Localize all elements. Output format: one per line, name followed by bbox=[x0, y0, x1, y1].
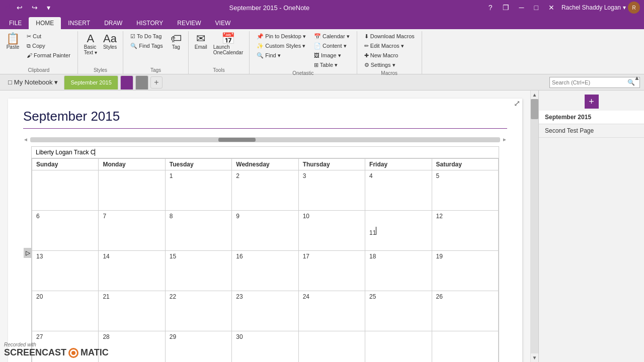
day-number: 28 bbox=[103, 333, 109, 340]
calendar-cell-w3d5[interactable]: 25 bbox=[365, 291, 432, 331]
calendar-cell-w1d1[interactable]: 7 bbox=[99, 211, 165, 251]
calendar-cell-w3d4[interactable]: 24 bbox=[298, 291, 365, 331]
calendar-cell-w2d3[interactable]: 16 bbox=[232, 251, 298, 291]
styles-icon: Aa bbox=[103, 33, 117, 44]
calendar-cell-w0d4[interactable]: 3 bbox=[298, 170, 365, 211]
edit-macros-button[interactable]: ✏ Edit Macros ▾ bbox=[361, 42, 418, 50]
calendar-cell-w4d1[interactable]: 28 bbox=[99, 331, 165, 363]
watermark: Recorded with SCREENCAST MATIC bbox=[4, 342, 109, 358]
calendar-cell-w1d6[interactable]: 12 bbox=[432, 211, 498, 251]
hscroll-left-btn[interactable]: ◄ bbox=[23, 137, 28, 142]
format-painter-button[interactable]: 🖌 Format Painter bbox=[24, 51, 73, 59]
calendar-cell-w1d4[interactable]: 10 bbox=[298, 211, 365, 251]
expand-btn[interactable]: ⤢ bbox=[514, 99, 520, 108]
calendar-cell-w4d5[interactable] bbox=[365, 331, 432, 363]
tag-icon: 🏷 bbox=[171, 33, 182, 44]
maximize-btn[interactable]: □ bbox=[531, 3, 541, 13]
find-button[interactable]: 🔍 Find ▾ bbox=[254, 51, 309, 60]
calendar-cell-w0d6[interactable]: 5 bbox=[432, 170, 498, 211]
sidebar-page-second-test[interactable]: Second Test Page bbox=[539, 124, 644, 138]
calendar-onetastic-button[interactable]: 📅 Calendar ▾ bbox=[311, 32, 353, 41]
launch-onecalendar-button[interactable]: 📅 LaunchOneCalendar bbox=[211, 32, 245, 56]
page-tab-3[interactable] bbox=[135, 75, 148, 89]
calendar-cell-w1d2[interactable]: 8 bbox=[165, 211, 231, 251]
help-btn[interactable]: ? bbox=[486, 3, 496, 13]
left-tag-marker[interactable]: ▷ bbox=[24, 248, 32, 258]
tab-draw[interactable]: DRAW bbox=[97, 17, 129, 29]
calendar-cell-w3d3[interactable]: 23 bbox=[232, 291, 298, 331]
calendar-title[interactable]: Liberty Logan Track C bbox=[36, 149, 95, 156]
hscroll-thumb[interactable] bbox=[218, 138, 256, 142]
page-tab-2[interactable] bbox=[120, 75, 133, 89]
tag-button[interactable]: 🏷 Tag bbox=[168, 32, 184, 51]
scroll-up-btn[interactable]: ▲ bbox=[531, 90, 538, 99]
custom-styles-button[interactable]: ✨ Custom Styles ▾ bbox=[254, 42, 309, 50]
calendar-cell-w1d0[interactable]: 6 bbox=[32, 211, 99, 251]
tab-history[interactable]: HISTORY bbox=[129, 17, 170, 29]
pin-to-desktop-button[interactable]: 📌 Pin to Desktop ▾ bbox=[254, 32, 309, 41]
paste-button[interactable]: 📋 Paste bbox=[4, 32, 22, 51]
search-input[interactable] bbox=[552, 79, 627, 85]
calendar-cell-w2d2[interactable]: 15 bbox=[165, 251, 231, 291]
calendar-cell-w0d0[interactable] bbox=[32, 170, 99, 211]
sidebar-page-september[interactable]: September 2015 bbox=[539, 111, 644, 124]
tab-view[interactable]: VIEW bbox=[208, 17, 238, 29]
day-number: 12 bbox=[436, 213, 443, 220]
undo-btn[interactable]: ↩ bbox=[14, 3, 26, 13]
calendar-cell-w3d2[interactable]: 22 bbox=[165, 291, 231, 331]
minimize-btn[interactable]: ─ bbox=[516, 3, 527, 13]
calendar-cell-w4d2[interactable]: 29 bbox=[165, 331, 231, 363]
tab-insert[interactable]: INSERT bbox=[61, 17, 97, 29]
calendar-title-row: Liberty Logan Track C bbox=[32, 147, 499, 158]
customize-btn[interactable]: ▾ bbox=[44, 3, 53, 13]
redo-btn[interactable]: ↪ bbox=[29, 3, 41, 13]
notebook-title[interactable]: □ My Notebook ▾ bbox=[4, 76, 62, 88]
calendar-cell-w3d1[interactable]: 21 bbox=[99, 291, 165, 331]
calendar-cell-w0d5[interactable]: 4 bbox=[365, 170, 432, 211]
tab-file[interactable]: FILE bbox=[2, 17, 29, 29]
calendar-cell-w0d2[interactable]: 1 bbox=[165, 170, 231, 211]
calendar-cell-w4d3[interactable]: 30 bbox=[232, 331, 298, 363]
calendar-cell-w2d6[interactable]: 19 bbox=[432, 251, 498, 291]
day-number: 7 bbox=[103, 213, 106, 220]
sidebar-add-btn[interactable]: + bbox=[585, 95, 599, 109]
settings-button[interactable]: ⚙ Settings ▾ bbox=[361, 61, 418, 69]
calendar-cell-w2d0[interactable]: 13 bbox=[32, 251, 99, 291]
calendar-cell-w1d3[interactable]: 9 bbox=[232, 211, 298, 251]
find-tags-button[interactable]: 🔍 Find Tags bbox=[127, 42, 166, 50]
restore-btn[interactable]: ❐ bbox=[500, 3, 512, 13]
brand-name: SCREENCAST bbox=[4, 347, 66, 358]
calendar-cell-w4d4[interactable] bbox=[298, 331, 365, 363]
ribbon-group-onetastic: 📌 Pin to Desktop ▾ ✨ Custom Styles ▾ 🔍 F… bbox=[250, 31, 357, 74]
basic-text-button[interactable]: A BasicText ▾ bbox=[82, 32, 99, 56]
calendar-cell-w0d1[interactable] bbox=[99, 170, 165, 211]
calendar-cell-w4d6[interactable] bbox=[432, 331, 498, 363]
todo-tag-button[interactable]: ☑ To Do Tag bbox=[127, 32, 166, 41]
scroll-down-btn[interactable]: ▼ bbox=[531, 353, 538, 362]
styles-button[interactable]: Aa Styles bbox=[101, 32, 119, 51]
copy-button[interactable]: ⧉ Copy bbox=[24, 42, 73, 50]
tab-review[interactable]: REVIEW bbox=[170, 17, 208, 29]
calendar-cell-w3d6[interactable]: 26 bbox=[432, 291, 498, 331]
calendar-cell-w1d5[interactable]: 11 bbox=[365, 211, 432, 251]
cut-button[interactable]: ✂ Cut bbox=[24, 32, 73, 41]
calendar-cell-w2d5[interactable]: 18 bbox=[365, 251, 432, 291]
download-macros-button[interactable]: ⬇ Download Macros bbox=[361, 32, 418, 41]
content-button[interactable]: 📄 Content ▾ bbox=[311, 42, 353, 50]
image-button[interactable]: 🖼 Image ▾ bbox=[311, 51, 353, 60]
email-button[interactable]: ✉ Email bbox=[193, 32, 209, 51]
user-label[interactable]: Rachel Shaddy Logan ▾ R bbox=[561, 2, 640, 14]
hscroll-right-btn[interactable]: ► bbox=[502, 137, 507, 142]
new-macro-button[interactable]: ✚ New Macro bbox=[361, 51, 418, 60]
page-tab-1[interactable]: September 2015 bbox=[64, 75, 118, 89]
calendar-cell-w2d1[interactable]: 14 bbox=[99, 251, 165, 291]
calendar-cell-w0d3[interactable]: 2 bbox=[232, 170, 298, 211]
collapse-ribbon-btn[interactable]: ▲ bbox=[634, 74, 640, 81]
scroll-thumb[interactable] bbox=[531, 99, 538, 119]
tab-home[interactable]: HOME bbox=[29, 17, 61, 29]
table-button[interactable]: ⊞ Table ▾ bbox=[311, 61, 353, 69]
close-btn[interactable]: ✕ bbox=[545, 3, 557, 13]
calendar-cell-w3d0[interactable]: 20 bbox=[32, 291, 99, 331]
calendar-cell-w2d4[interactable]: 17 bbox=[298, 251, 365, 291]
add-page-tab-btn[interactable]: + bbox=[150, 76, 163, 88]
